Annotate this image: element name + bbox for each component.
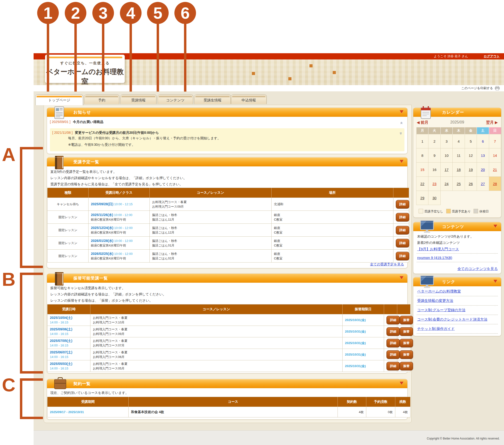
legend-swatch [446, 209, 451, 213]
calendar-day-number[interactable]: 24 [445, 182, 449, 186]
side-link[interactable]: チケット制:操作ガイド [417, 326, 455, 331]
annotation-number-4: 4 [120, 2, 142, 24]
logo-box[interactable]: すぐに役立ち、一生使える ベターホームのお料理教室 [45, 55, 125, 83]
detail-button[interactable]: 詳細 [396, 226, 409, 235]
deadline-cell: 2025/10/31(金) [342, 360, 384, 372]
detail-button[interactable]: 詳細 [396, 252, 409, 260]
side-link[interactable]: コース制:グループ登録の方法 [417, 308, 465, 312]
detail-button[interactable]: 詳細 [386, 339, 400, 347]
print-page-link[interactable]: このページを印刷する [461, 85, 493, 91]
calendar-day: 2 [429, 134, 440, 148]
calendar-week-row: 22232425262728 [416, 177, 501, 191]
detail-button[interactable]: 詳細 [386, 327, 400, 336]
schedule-table: 種類受講日時／クラスコース／レッスン場所キャンセル待ち2025/09/28(日)… [47, 188, 409, 263]
transfer-button[interactable]: 振替 [400, 316, 413, 325]
printer-icon[interactable] [495, 86, 500, 90]
contract-row: 2025/09/17 - 2025/10/31和食基本技術の会 4枚4枚0枚4枚 [48, 407, 411, 417]
tab-5[interactable]: 受講生情報 [194, 95, 231, 104]
detail-button[interactable]: 詳細 [386, 362, 400, 370]
course-line: お料理入門コース05月 [93, 366, 340, 371]
transfer-row: 2025/07/05(土)14:00 - 16:15お料理入門コース・春夏お料理… [48, 337, 411, 349]
detail-button[interactable]: 詳細 [386, 350, 400, 359]
calendar-day-number[interactable]: 19 [469, 168, 473, 172]
annotation-letter-C: C [2, 376, 15, 394]
collapse-toggle-icon[interactable] [493, 280, 497, 283]
tab-1[interactable]: トップページ [36, 95, 83, 105]
calendar-day-number[interactable]: 20 [481, 168, 485, 172]
collapse-toggle-icon[interactable] [400, 382, 403, 385]
calendar-day-number[interactable]: 30 [432, 196, 437, 200]
column-header: 受講日時／クラス [89, 188, 150, 198]
collapse-toggle-icon[interactable] [400, 276, 403, 279]
calendar-day-number[interactable]: 17 [445, 168, 449, 172]
side-link[interactable]: ベターホームのお料理教室 [417, 289, 461, 293]
calendar-day-number[interactable]: 21 [493, 168, 497, 172]
place-line: C教室 [274, 217, 391, 222]
calendar-day-number[interactable]: 22 [420, 182, 424, 186]
place-cell: 銀座C教室 [271, 237, 394, 250]
deco-square [309, 64, 313, 67]
course-line: 脳活ごはん11月 [152, 217, 269, 222]
transfer-button[interactable]: 振替 [400, 350, 413, 359]
transfer-button[interactable]: 振替 [400, 362, 413, 370]
collapse-toggle-icon[interactable] [493, 225, 497, 228]
side-link[interactable]: コース制:会費のクレジットカード決済方法 [417, 317, 487, 321]
place-line: 銀座 [274, 213, 391, 217]
double-down-chevron-icon[interactable]: » [399, 132, 404, 135]
lesson-class: 銀座C教室第4水曜日午前 [91, 217, 147, 222]
content-link[interactable]: nyumon 9 (419.17KB) [417, 256, 452, 260]
calendar-day-number[interactable]: 25 [457, 182, 461, 186]
calendar-day: 20 [477, 163, 489, 177]
calendar-day-number[interactable]: 26 [469, 182, 473, 186]
calendar-day-number[interactable]: 14 [493, 154, 497, 157]
calendar-day: 28 [489, 177, 501, 191]
tab-label: 予約 [98, 98, 105, 102]
next-month-button[interactable]: 翌月 ▶ [486, 120, 498, 125]
calendar-day-number: 10 [445, 154, 449, 157]
divider [417, 333, 498, 334]
lesson-time: 14:00 - 16:15 [50, 366, 88, 371]
double-up-chevron-icon[interactable]: » [399, 122, 404, 124]
transfer-button[interactable]: 振替 [400, 327, 413, 336]
calendar-day-number[interactable]: 7 [494, 139, 496, 143]
tab-6[interactable]: 申込情報 [231, 95, 267, 104]
transfer-description: 振替可能なキャンセル済受講を表示しています。レッスン内容の詳細確認をする場合は、… [50, 285, 166, 304]
calendar-day: 27 [477, 177, 489, 191]
monitor-icon [420, 275, 434, 288]
side-link[interactable]: 受講生情報の変更方法 [417, 298, 453, 303]
all-contents-link[interactable]: 全てのコンテンツを見る [457, 267, 498, 271]
briefcase-icon [53, 377, 67, 390]
calendar-day-number[interactable]: 18 [457, 168, 461, 172]
course-cell: お料理入門コース・春夏お料理入門コース10月 [90, 314, 342, 326]
lesson-datetime-cell: 2025/05/03(土)14:00 - 16:15 [48, 360, 90, 372]
calendar-day-number: 2 [433, 139, 435, 143]
column-header: 場所 [271, 188, 394, 198]
detail-button[interactable]: 詳細 [386, 316, 400, 325]
tab-2[interactable]: 予約 [84, 95, 119, 104]
calendar-day: 23 [429, 177, 440, 191]
description-line: レッスン内容の詳細確認をする場合は、「詳細」ボタンを押してください。 [50, 291, 166, 297]
all-schedule-link[interactable]: 全ての受講予定を見る [370, 262, 404, 266]
calendar-day-number[interactable]: 27 [481, 182, 485, 186]
annotation-letter-B: B [2, 270, 15, 289]
logout-link[interactable]: ログアウト [484, 53, 500, 59]
transfer-button[interactable]: 振替 [400, 339, 413, 347]
detail-button[interactable]: 詳細 [396, 239, 409, 247]
detail-button[interactable]: 詳細 [396, 213, 409, 222]
calendar-day-number[interactable]: 23 [432, 182, 437, 186]
calendar-day [440, 191, 452, 205]
side-link-row: コース制:会費のクレジットカード決済方法 [417, 317, 498, 322]
tab-4[interactable]: コンテンツ [158, 95, 193, 104]
contract-title: 契約一覧 [73, 381, 91, 387]
calendar-day-number[interactable]: 29 [420, 196, 424, 200]
calendar-day-number[interactable]: 28 [493, 182, 497, 186]
content-link[interactable]: 【9月】お料理入門コース [417, 247, 459, 251]
book-icon [53, 155, 65, 170]
detail-button[interactable]: 詳細 [396, 200, 409, 209]
column-header: 振替期限日 [342, 305, 384, 314]
calendar-day-number[interactable]: 15 [420, 168, 424, 172]
collapse-toggle-icon[interactable] [400, 110, 403, 113]
calendar-day-number: 11 [457, 154, 461, 157]
tab-3[interactable]: 受講情報 [120, 95, 156, 104]
collapse-toggle-icon[interactable] [400, 160, 403, 163]
